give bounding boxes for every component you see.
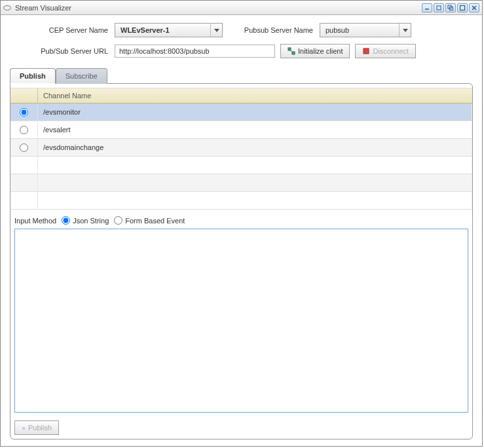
tab-subscribe[interactable]: Subscribe [56, 68, 107, 84]
table-row[interactable]: /evsdomainchange [10, 139, 472, 157]
chevron-down-icon [210, 24, 222, 37]
connect-icon [288, 47, 295, 55]
initialize-client-button[interactable]: Initialize client [280, 44, 350, 58]
table-row[interactable]: /evsmonitor [10, 103, 472, 121]
pubsub-name-label: Pubsub Server Name [234, 26, 320, 34]
publish-button: Publish [14, 420, 59, 435]
input-method-row: Input Method Json String Form Based Even… [10, 210, 472, 229]
table-row[interactable]: /evsalert [10, 121, 472, 139]
row-radio[interactable] [20, 126, 28, 134]
tab-publish[interactable]: Publish [10, 68, 56, 84]
cep-server-value: WLEvServer-1 [121, 26, 170, 34]
chevron-down-icon [399, 24, 411, 37]
json-string-label: Json String [73, 217, 109, 225]
svg-rect-1 [437, 6, 441, 10]
grid-header: Channel Name [10, 88, 472, 103]
disconnect-label: Disconnect [373, 47, 408, 55]
svg-rect-4 [460, 5, 465, 10]
cascade-icon[interactable] [445, 3, 456, 12]
form-based-radio[interactable] [114, 216, 122, 225]
maximize-icon[interactable] [457, 3, 468, 12]
svg-rect-7 [288, 48, 291, 50]
form-based-label: Form Based Event [125, 217, 185, 225]
table-row-empty [10, 192, 472, 210]
channel-name-header: Channel Name [38, 92, 472, 100]
cep-server-select[interactable]: WLEvServer-1 [115, 23, 223, 37]
publish-icon [22, 424, 26, 432]
url-label: Pub/Sub Server URL [10, 47, 115, 55]
app-icon [3, 5, 11, 10]
stream-visualizer-window: Stream Visualizer CEP Server Name WLEvSe… [0, 0, 483, 447]
pubsub-name-value: pubsub [326, 26, 349, 34]
publish-panel: Channel Name /evsmonitor /evsalert /evsd… [10, 83, 473, 439]
channel-name-cell: /evsalert [38, 121, 472, 138]
window-controls [422, 3, 479, 12]
channel-name-cell: /evsmonitor [38, 103, 472, 121]
disconnect-button: Disconnect [355, 44, 415, 58]
titlebar: Stream Visualizer [1, 1, 482, 15]
minimize-icon[interactable] [422, 3, 432, 12]
table-row-empty [10, 157, 472, 174]
tabstrip: Publish Subscribe [10, 67, 473, 83]
input-method-label: Input Method [14, 217, 56, 225]
channel-name-cell: /evsdomainchange [38, 139, 472, 156]
form-based-option[interactable]: Form Based Event [114, 216, 185, 225]
table-row-empty [10, 174, 472, 192]
publish-label: Publish [28, 424, 52, 432]
stop-icon [362, 47, 370, 55]
row-radio[interactable] [20, 108, 28, 117]
restore-icon[interactable] [434, 3, 444, 12]
cep-server-label: CEP Server Name [10, 26, 115, 34]
json-string-radio[interactable] [62, 216, 70, 225]
json-string-option[interactable]: Json String [62, 216, 109, 225]
window-title: Stream Visualizer [15, 4, 422, 12]
close-icon[interactable] [469, 3, 479, 12]
initialize-client-label: Initialize client [298, 47, 343, 55]
event-input-textarea[interactable] [14, 229, 468, 413]
pubsub-name-select[interactable]: pubsub [320, 23, 411, 37]
content-area: CEP Server Name WLEvServer-1 Pubsub Serv… [1, 15, 482, 446]
row-radio[interactable] [20, 143, 28, 152]
svg-line-9 [291, 50, 292, 52]
url-input[interactable] [115, 45, 275, 58]
svg-rect-10 [363, 48, 369, 54]
svg-rect-8 [292, 52, 295, 54]
channel-grid: Channel Name /evsmonitor /evsalert /evsd… [10, 88, 472, 210]
